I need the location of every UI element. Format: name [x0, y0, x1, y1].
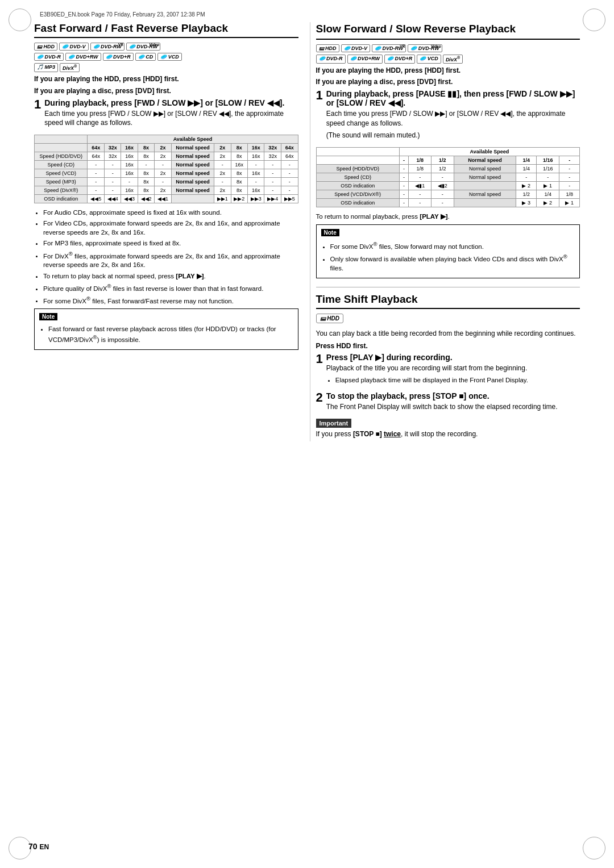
- step1-content-left: During playback, press [FWD / SLOW ▶▶] o…: [44, 98, 298, 131]
- slow-row-osd1: OSD indication - ◀▮1 ◀▮2 ▶ 2 ▶ 1 -: [316, 181, 580, 190]
- slow-col-normal: Normal speed: [454, 156, 516, 164]
- note-item-2-right: Only slow forward is available when play…: [330, 253, 575, 273]
- col-32x-fwd: 32x: [264, 144, 281, 152]
- cell: 2x: [214, 169, 231, 178]
- cell: -: [155, 161, 171, 169]
- slow-forward-table: Available Speed - 1/8 1/2 Normal speed 1…: [316, 147, 580, 207]
- step1-ts-bullets: Elapsed playback time will be displayed …: [326, 375, 580, 385]
- dvdplusr-icon: 🥏 DVD+R: [103, 53, 134, 61]
- cell: -: [431, 173, 454, 181]
- divx-icon-r: DivX®: [443, 55, 463, 64]
- cell: -: [399, 173, 409, 181]
- cell: -: [104, 161, 121, 169]
- dvd-v-icon: 🥏 DVD-V: [59, 43, 89, 51]
- step2-ts-desc: The Front Panel Display will switch back…: [326, 402, 580, 412]
- table-speed-header: Available Speed: [88, 135, 298, 144]
- step1-ts-desc: Playback of the title you are recording …: [326, 364, 580, 373]
- cell: 2x: [214, 152, 231, 161]
- cell: ▶ 1: [536, 181, 559, 190]
- cell: -: [399, 190, 409, 198]
- corner-decoration-br: [583, 837, 605, 859]
- cell: -: [264, 186, 281, 195]
- cell: -: [121, 178, 138, 186]
- slow-col-1-2: 1/2: [431, 156, 454, 164]
- hdd-only-icon: 🖴 HDD: [316, 314, 343, 323]
- slow-row-label-osd2: OSD indication: [316, 198, 399, 207]
- cell: -: [264, 169, 281, 178]
- cell: -: [281, 186, 298, 195]
- cell: -: [559, 173, 580, 181]
- cell: 8x: [138, 152, 154, 161]
- cell: 16x: [121, 169, 138, 178]
- cell: ▶▶5: [281, 195, 298, 203]
- dvdplusrw-icon: 🥏 DVD+RW: [65, 53, 101, 61]
- cell: -: [281, 169, 298, 178]
- cell: -: [88, 186, 104, 195]
- note-box-right: Note For some DivX® files, Slow forward …: [316, 224, 580, 278]
- bullet-4: For DivX® files, approximate forward spe…: [43, 250, 298, 270]
- cell: -: [264, 178, 281, 186]
- cell: 8x: [231, 186, 247, 195]
- table-row-mp3: Speed (MP3) - - - 8x - Normal speed - 8x…: [35, 178, 298, 186]
- cell-normal: Normal speed: [171, 186, 214, 195]
- col-16x-rev: 16x: [121, 144, 138, 152]
- note-item-1-right: For some DivX® files, Slow forward may n…: [330, 240, 575, 251]
- cell: ▶▶4: [264, 195, 281, 203]
- cell: 16x: [121, 161, 138, 169]
- cell: ◀◀4: [104, 195, 121, 203]
- step1-ts-title: Press [PLAY ▶] during recording.: [326, 353, 580, 362]
- cell: 1/16: [536, 164, 559, 173]
- cell: 16x: [247, 169, 264, 178]
- cell: -: [559, 181, 580, 190]
- cell: 64x: [281, 152, 298, 161]
- step2-ts-number: 2: [316, 391, 323, 404]
- col-normal: Normal speed: [171, 144, 214, 152]
- page-num-suffix: EN: [39, 843, 49, 851]
- media-icons-row1-right: 🖴 HDD 🥏 DVD-V VR🥏 DVD-RW Video🥏 DVD-RW: [316, 44, 580, 52]
- cell: -: [138, 161, 154, 169]
- cell: -: [409, 198, 432, 207]
- table-row-hdd: Speed (HDD/DVD) 64x 32x 16x 8x 2x Normal…: [35, 152, 298, 161]
- cell-normal: [454, 181, 516, 190]
- left-column: Fast Forward / Fast Reverse Playback 🖴 H…: [34, 22, 298, 441]
- cell: -: [281, 161, 298, 169]
- cd-icon: 🥏 CD: [135, 53, 156, 61]
- cell: -: [88, 178, 104, 186]
- bullet-1: For Audio CDs, approximate speed is fixe…: [43, 208, 298, 217]
- cell: 32x: [104, 152, 121, 161]
- step2-ts: 2 To stop the playback, press [STOP ■] o…: [316, 391, 580, 414]
- slow-col-dash1: -: [399, 156, 409, 164]
- table-row-divx: Speed (DivX®) - - 16x 8x 2x Normal speed…: [35, 186, 298, 195]
- mp3-icon: 🎵 MP3: [34, 63, 58, 72]
- step2-ts-title: To stop the playback, press [STOP ■] onc…: [326, 391, 580, 400]
- slow-row-vcd: Speed (VCD/DivX®) - - - Normal speed 1/2…: [316, 190, 580, 198]
- slow-col-dash2: -: [559, 156, 580, 164]
- cell: ◀▮2: [431, 181, 454, 190]
- important-header: Important: [316, 419, 352, 428]
- slow-row-hdd: Speed (HDD/DVD) - 1/8 1/2 Normal speed 1…: [316, 164, 580, 173]
- bullet-5: To return to play back at normal speed, …: [43, 272, 298, 281]
- step1-title-left: During playback, press [FWD / SLOW ▶▶] o…: [44, 98, 298, 107]
- press-hdd-label: Press HDD first.: [316, 341, 580, 351]
- table-row-vcd: Speed (VCD) - - 16x 8x 2x Normal speed 2…: [35, 169, 298, 178]
- note-header-right: Note: [321, 229, 339, 236]
- bullet-2: For Video CDs, approximate forward speed…: [43, 219, 298, 237]
- corner-decoration-tr: [583, 9, 605, 31]
- col-16x-fwd: 16x: [247, 144, 264, 152]
- content-area: Fast Forward / Fast Reverse Playback 🖴 H…: [11, 22, 603, 441]
- cell-normal: Normal speed: [171, 152, 214, 161]
- col-64x-rev: 64x: [88, 144, 104, 152]
- cell-normal: [171, 195, 214, 203]
- cell-normal: Normal speed: [171, 178, 214, 186]
- cell: 16x: [231, 161, 247, 169]
- cell: 64x: [88, 152, 104, 161]
- cell: -: [88, 169, 104, 178]
- cell: -: [399, 181, 409, 190]
- cell: -: [281, 178, 298, 186]
- cell: 1/2: [431, 164, 454, 173]
- slow-row-osd2: OSD indication - - - ▶ 3 ▶ 2 ▶ 1: [316, 198, 580, 207]
- fast-forward-title: Fast Forward / Fast Reverse Playback: [34, 22, 298, 38]
- header-bar: E3B90ED_EN.book Page 70 Friday, February…: [11, 11, 603, 18]
- cell: -: [536, 173, 559, 181]
- corner-decoration-tl: [9, 9, 31, 31]
